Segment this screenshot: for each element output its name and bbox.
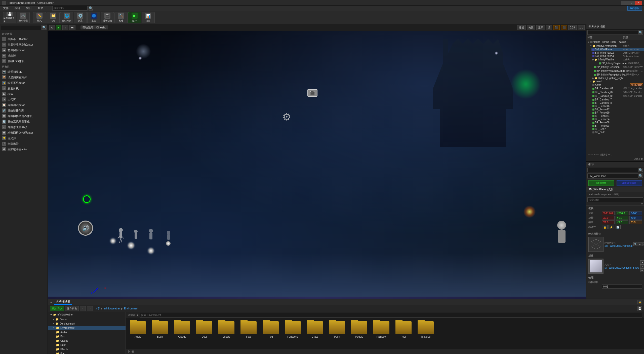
viewport-num-btn[interactable]: 11 [546,25,552,30]
rotation-y[interactable]: Y 0.0 [616,216,628,220]
place-item-scene-system[interactable]: 🎭 场景系统actor [0,80,48,86]
menu-file[interactable]: 文件 [2,6,10,11]
lock-icon[interactable]: 🔒 [637,300,642,304]
mobility-static-btn[interactable]: 🔒 [602,225,608,229]
rotation-x[interactable]: X 0.0 [602,216,615,220]
scale-y[interactable]: Y 2.0 [616,220,628,224]
place-item-cinescene[interactable]: 🎬 电影场景 [0,141,48,147]
content-tree-item-dust[interactable]: 📁 Dust [48,343,126,347]
scale-x[interactable]: X 2.0 [602,220,615,224]
place-item-capturecube[interactable]: 📦 场景捕获立方体 [0,75,48,80]
place-item-navlink[interactable]: 🔗 导航链接代理 [0,108,48,113]
outliner-item-bp-candles01[interactable]: BP_Candles_01 编辑器BP_Candles [591,87,644,90]
place-item-transform[interactable]: ↕ 变换小工具actor [0,36,48,42]
folder-flag[interactable]: Flag [238,320,259,339]
viewport-play-btn[interactable]: ▶ [56,25,61,30]
outliner-search-input[interactable] [587,30,638,35]
close-button[interactable]: × [635,1,642,5]
viewport-show-btn[interactable]: 显示 [536,25,545,30]
actor-name-input[interactable] [587,173,638,179]
outliner-item-bp-weathercontroller[interactable]: BP_InfinityWeatherController 编辑器BP_Infin… [586,69,644,73]
content-tree-item-flag[interactable]: 📁 Flag [48,351,126,354]
outliner-item-bp-precipitation[interactable]: BP_InfinityPrecipitationHail 编辑器BP_Infin… [586,73,644,77]
place-item-lod[interactable]: □ 层级LOD体积 [0,58,48,64]
outliner-item-bp-grd8[interactable]: BP_Grd8 [591,131,644,134]
toolbar-marketplace-button[interactable]: 🌐 虚幻万象 [60,12,73,23]
toolbar-settings-button[interactable]: ⚙️ 设置 [74,12,87,23]
folder-textures[interactable]: Textures [416,320,436,339]
outliner-item-actor[interactable]: Actor need Actor [591,83,644,87]
details-search-button[interactable]: 🔍 [638,168,643,172]
maximize-button[interactable]: □ [628,1,635,5]
toolbar-save-button[interactable]: 💾 保存当前关卡 [3,12,16,23]
content-tree-item-displacement[interactable]: ▶ 📁 Displacement [48,322,126,326]
folder-dust[interactable]: Dust [194,320,214,339]
save-layout-button[interactable]: 💾 [637,306,642,311]
outliner-item-bp-fence16[interactable]: BP_Fence16 [591,104,644,108]
viewport-orange-btn1[interactable]: ⬛ [553,25,560,30]
folder-puddle[interactable]: Puddle [349,320,369,339]
breadcrumb-environment[interactable]: Environment [124,307,138,310]
menu-window[interactable]: 窗口 [25,6,33,11]
content-tree-item-bush[interactable]: 📁 Bush [48,334,126,339]
outliner-item-bp-occlusion[interactable]: BP_InfinityOcclusion 编辑器BP_InfinityW [586,65,644,69]
mat-reset-btn[interactable]: ✕ [640,268,644,272]
blueprint-script-button[interactable]: 蓝图/添加脚本 [617,180,642,186]
outliner-item-infinity-env[interactable]: ▼ 📁 InfinityEnvironment 文件夹 [589,44,644,48]
add-import-button[interactable]: 添加/导入 [50,306,64,311]
toolbar-extra-button[interactable]: 📊 dfci [142,12,155,23]
rotation-z[interactable]: Z 0.0 [629,216,642,220]
folder-fog[interactable]: Fog [261,320,281,339]
place-item-cinebuffer[interactable]: 📽 由影缓冲器actor [0,147,48,152]
outliner-item-bp-fence93[interactable]: BP_Fence93 [591,124,644,127]
outliner-item-bp-candles02[interactable]: BP_Candles_02 编辑器BP_Candles [591,90,644,94]
toolbar-build-button[interactable]: 🔨 构建 [114,12,128,23]
nav-back-button[interactable]: ← [80,306,86,311]
project-button[interactable]: 我的项目 [627,6,642,11]
viewport-perspective-btn[interactable]: 透视 [517,25,526,30]
position-z[interactable]: Z -100 [629,211,642,215]
outliner-search-button[interactable]: 🔍 [638,30,643,35]
viewport-lighting-btn[interactable]: 光照 [527,25,535,30]
outliner-item-bp-fence81[interactable]: BP_Fence81 [591,114,644,118]
details-filter-input[interactable] [587,197,643,202]
details-search-input[interactable] [587,168,638,172]
viewport-arrow-btn[interactable]: ⊙ [49,25,55,30]
viewport-fps-btn[interactable]: 0:29 [568,25,577,30]
menu-edit[interactable]: 编辑 [14,6,21,11]
sm-use-btn[interactable]: ↩ [638,242,642,246]
content-tree-item-demo[interactable]: ▶ 📁 Demo [48,317,126,322]
place-item-trigger[interactable]: △ 触发体积 [0,86,48,91]
sm-edit-btn[interactable]: ✏ [642,242,644,246]
menu-help[interactable]: 帮助 [37,6,44,11]
place-item-navtest[interactable]: 🧭 导航测试actor [0,102,48,108]
toolbar-play-button[interactable]: ▶ 运行 [128,12,141,23]
viewport-pause-btn[interactable]: ⏸ [62,25,68,30]
actor-name-search-btn[interactable]: 🔍 [638,173,643,178]
viewport-active-tab[interactable]: 驾驶激活 - Cinezhu [80,25,108,29]
mat-browse-btn[interactable]: ▼ [640,264,644,268]
place-item-fog[interactable]: ☁ 大气雾 [0,97,48,102]
scale-z[interactable]: Z 3.5 [629,220,642,224]
mobility-stationary-btn[interactable]: ⚡ [609,225,614,229]
outliner-item-bp-fence84[interactable]: BP_Fence84 [591,118,644,121]
actor-search-input[interactable] [52,6,88,11]
toolbar-mode-button[interactable]: ✏️ 模式 [33,12,46,23]
folder-effects[interactable]: Effects [216,320,236,339]
outliner-item-hidden-lighting[interactable]: ▶ 📁 Hidden_Lighting_Night [591,77,644,80]
folder-functions[interactable]: Functions [283,320,303,339]
outliner-item-need[interactable]: ▼ 📁 need [589,80,644,83]
add-component-button[interactable]: +添加特性 [588,180,614,186]
outliner-item-sm-windplane2[interactable]: SM_WindPlane2 StaticMeshActor [591,51,644,54]
toolbar-blueprint-button[interactable]: 🔵 蓝图 [87,12,100,23]
outliner-item-bp-grid7[interactable]: BP_Grid7 [591,127,644,131]
breadcrumb-infinityweather[interactable]: InfinityWeather [104,307,120,310]
outliner-item-bp-candles03[interactable]: BP_Candles_03 编辑器BP_Candles [591,94,644,98]
folder-clouds[interactable]: Clouds [172,320,192,339]
outliner-item-sm-windplane[interactable]: SM_WindPlane StaticMeshActor [591,48,644,51]
toolbar-cinematic-button[interactable]: 🎬 过场动画 [101,12,114,23]
folder-rainbow[interactable]: Rainbow [371,320,391,339]
place-item-navmod[interactable]: ✏ 导航修改器体积 [0,124,48,130]
content-tree-item-environment[interactable]: ▼ 📁 Environment [48,326,126,330]
place-search-input[interactable] [1,25,42,30]
